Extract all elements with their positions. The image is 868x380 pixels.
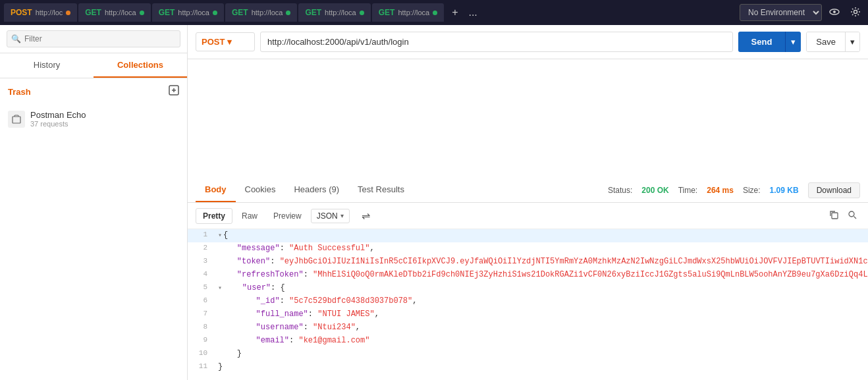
save-button[interactable]: Save [807, 32, 845, 51]
svg-point-1 [833, 11, 836, 13]
json-brace: : [304, 323, 313, 332]
new-collection-button[interactable] [169, 85, 179, 98]
environment-select[interactable]: No Environment [740, 4, 822, 21]
tab-item-4[interactable]: GEThttp://loca [225, 3, 297, 22]
more-tabs-button[interactable]: ... [464, 5, 481, 20]
size-value: 1.09 KB [770, 186, 799, 195]
tab-url-6: http://loca [398, 9, 429, 16]
search-icon-button[interactable] [844, 209, 860, 223]
request-body-area [188, 59, 868, 178]
code-line: 3 "token": "eyJhbGciOiJIUzI1NiIsInR5cCI6… [188, 256, 868, 269]
code-line: 2 "message": "Auth Successful", [188, 242, 868, 256]
method-select[interactable]: POST ▾ [196, 32, 255, 51]
send-dropdown-button[interactable]: ▾ [785, 32, 801, 52]
wrap-icon-button[interactable]: ⇌ [355, 207, 377, 225]
svg-point-2 [854, 10, 857, 13]
expand-icon[interactable]: ▾ [218, 232, 222, 239]
raw-button[interactable]: Raw [235, 209, 264, 223]
format-bar: Pretty Raw Preview JSON ▾ ⇌ [188, 203, 868, 229]
response-tab-headers-(9)[interactable]: Headers (9) [285, 178, 348, 202]
pretty-button[interactable]: Pretty [196, 208, 232, 224]
sidebar-search-area: 🔍 [0, 25, 187, 53]
tab-method-6: GET [379, 8, 395, 17]
preview-button[interactable]: Preview [267, 209, 308, 223]
line-number: 5 [188, 282, 215, 291]
expand-icon[interactable]: ▾ [218, 285, 222, 292]
tab-url-5: http://loca [325, 9, 356, 16]
tab-url-1: http://loc [36, 9, 63, 16]
json-brace: } [218, 362, 223, 371]
url-bar: POST ▾ Send ▾ Save ▾ [188, 25, 868, 59]
size-label: Size: [743, 186, 761, 195]
json-label: JSON [317, 211, 338, 221]
json-space [218, 270, 237, 279]
json-dropdown-arrow: ▾ [340, 212, 344, 219]
line-content: "username": "Ntui234", [215, 321, 868, 333]
json-brace: } [237, 349, 242, 358]
tab-collections[interactable]: Collections [94, 53, 187, 78]
json-space [218, 244, 237, 253]
tab-bar: POSThttp://locGEThttp://locaGEThttp://lo… [0, 0, 868, 25]
collection-meta-0: 37 requests [30, 120, 86, 128]
tab-item-6[interactable]: GEThttp://loca [372, 3, 444, 22]
line-content: } [215, 348, 868, 360]
line-number: 4 [188, 269, 215, 278]
line-content: "refreshToken": "MhhElSiQ0oQ0rmAKleDTbb2… [215, 269, 868, 281]
tab-item-3[interactable]: GEThttp://loca [152, 3, 224, 22]
sidebar-section-header: Trash [0, 78, 187, 105]
tab-history[interactable]: History [0, 53, 94, 78]
response-tabs-bar: BodyCookiesHeaders (9)Test Results Statu… [188, 178, 868, 203]
eye-icon-button[interactable] [826, 5, 843, 20]
json-brace: : [304, 270, 313, 279]
json-string: "Auth Successful" [289, 244, 369, 253]
json-brace: , [369, 244, 374, 253]
response-tab-cookies[interactable]: Cookies [236, 178, 285, 202]
line-number: 9 [188, 335, 215, 344]
line-content: "email": "ke1@gmail.com" [215, 335, 868, 346]
save-dropdown-button[interactable]: ▾ [845, 32, 859, 51]
line-number: 11 [188, 361, 215, 370]
line-number: 8 [188, 321, 215, 331]
json-key: "message" [237, 244, 280, 253]
send-button[interactable]: Send [738, 32, 786, 52]
search-icon: 🔍 [11, 34, 21, 43]
tab-dot-3 [213, 11, 217, 15]
collection-icon-0 [8, 111, 25, 128]
url-input[interactable] [260, 32, 733, 52]
tab-item-5[interactable]: GEThttp://loca [298, 3, 370, 22]
filter-input[interactable] [7, 30, 180, 47]
json-space [218, 349, 237, 358]
json-format-select[interactable]: JSON ▾ [311, 209, 350, 223]
tab-item-2[interactable]: GEThttp://loca [78, 3, 150, 22]
line-content: "_id": "5c7c529bdfc0438d3037b078", [215, 295, 868, 307]
copy-icon-button[interactable] [826, 209, 842, 223]
code-line: 4 "refreshToken": "MhhElSiQ0oQ0rmAKleDTb… [188, 269, 868, 282]
time-value: 264 ms [707, 186, 734, 195]
tab-url-4: http://loca [252, 9, 283, 16]
code-line: 11} [188, 361, 868, 374]
json-key: "refreshToken" [237, 270, 304, 279]
tab-item-1[interactable]: POSThttp://loc [4, 3, 77, 22]
svg-point-6 [849, 211, 854, 217]
json-key: "user" [242, 283, 271, 292]
line-number: 7 [188, 308, 215, 317]
json-brace: , [356, 323, 360, 332]
settings-icon-button[interactable] [847, 5, 864, 20]
json-brace: , [375, 310, 379, 319]
json-continued: .eyJfaWQiOiIlYzdjNTI5YmRmYzA0MzhkMzAzN2I… [455, 257, 868, 266]
json-key: "username" [256, 323, 304, 332]
code-line: 10 } [188, 348, 868, 361]
tab-dot-6 [433, 11, 437, 15]
code-line: 6 "_id": "5c7c529bdfc0438d3037b078", [188, 295, 868, 308]
collection-item-0[interactable]: Postman Echo 37 requests [0, 105, 187, 133]
download-button[interactable]: Download [808, 182, 860, 198]
response-tab-test-results[interactable]: Test Results [348, 178, 414, 202]
add-tab-button[interactable]: + [448, 5, 462, 20]
svg-rect-5 [832, 213, 838, 219]
response-tab-body[interactable]: Body [196, 178, 236, 202]
code-line: 5▾ "user": { [188, 282, 868, 295]
code-area: 1▾{2 "message": "Auth Successful",3 "tok… [188, 229, 868, 380]
json-key: "token" [237, 257, 270, 266]
method-dropdown-arrow: ▾ [227, 37, 232, 47]
tab-method-5: GET [305, 8, 321, 17]
